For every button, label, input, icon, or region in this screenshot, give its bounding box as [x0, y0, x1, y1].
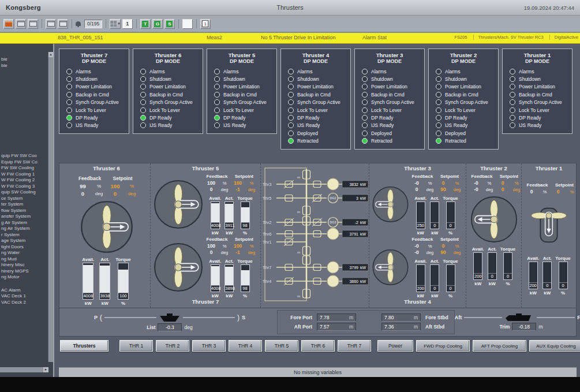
export-button[interactable] — [58, 19, 68, 29]
led-indicator-icon — [510, 69, 515, 74]
bar-track: 0 — [559, 262, 568, 289]
page-number-button[interactable]: 1 — [122, 19, 133, 29]
led-indicator-icon — [362, 115, 368, 121]
print-button[interactable] — [46, 19, 56, 29]
bar-track: 0 — [446, 264, 455, 292]
sidebar-item[interactable]: VAC Deck 2 — [0, 300, 53, 306]
feedback-pct: 99 — [74, 182, 92, 190]
svg-text:3860: 3860 — [349, 279, 358, 283]
feedback-deg: 0 — [204, 186, 219, 193]
bar-label: Avail. — [472, 247, 484, 252]
nav-button[interactable]: Thrusters — [60, 340, 108, 352]
window-button-1[interactable] — [16, 19, 26, 29]
detail-title: Thruster 5 — [153, 165, 258, 173]
svg-text:kW: kW — [360, 196, 366, 200]
nav-button[interactable]: AUX Equip Cooling — [529, 340, 580, 352]
sidebar-item[interactable]: tight Doors — [0, 244, 53, 251]
svg-text:m: m — [297, 210, 300, 214]
bar-value: 0 — [559, 282, 567, 289]
sidebar-item[interactable]: age System — [0, 238, 53, 244]
nav-button[interactable]: THR 3 — [192, 340, 226, 352]
nav-button[interactable]: THR 5 — [265, 340, 298, 352]
sidebar-item[interactable]: W FW Cooling 2 — [0, 177, 53, 184]
tunnel-thruster-gauge — [525, 201, 573, 250]
sidebar-item[interactable]: ng Air System — [0, 226, 53, 232]
sidebar-vertical-scrollbar[interactable]: ▲ — [48, 52, 53, 362]
bar-gauge: Act. 0 kW — [430, 196, 439, 236]
sidebar-item[interactable]: ansfer System — [0, 214, 53, 220]
nav-button[interactable]: THR 2 — [156, 340, 189, 352]
nav-button[interactable]: Power — [377, 340, 413, 352]
sidebar-item[interactable]: Equip FW SW Co — [0, 159, 53, 166]
sidebar-item[interactable]: flow System — [0, 208, 53, 214]
sidebar-item[interactable]: VAC Deck 1 — [0, 293, 53, 300]
sidebar-item[interactable]: W FW Cooling 1 — [0, 171, 53, 178]
bar-track: 250 — [416, 201, 425, 229]
led-label: DP Ready — [368, 115, 394, 121]
sidebar-item[interactable]: r System — [0, 232, 53, 238]
alarm-line[interactable]: 838_THR_005_151 Meas2 No 5 Thruster Driv… — [0, 33, 580, 44]
bar-gauge: Avail. 250 kW — [414, 196, 426, 236]
window-button-2[interactable] — [28, 19, 38, 29]
led-label: Deployed — [441, 130, 466, 136]
azimuth-gauge — [470, 195, 518, 244]
bar-unit: kW — [226, 230, 233, 236]
unit: % — [245, 243, 258, 250]
sidebar-item[interactable]: AC Alarm — [0, 288, 53, 294]
sidebar-item[interactable]: ble — [0, 63, 53, 69]
sidebar-item[interactable]: ng Motor — [0, 274, 53, 281]
nav-button[interactable]: FWD Prop Cooling — [416, 340, 470, 352]
sidebar-item[interactable]: ng Water — [0, 250, 53, 256]
sidebar-item[interactable]: quip SW Cooling — [0, 189, 53, 196]
alarm-silence-button[interactable] — [3, 19, 14, 29]
bar-unit: kW — [417, 230, 424, 236]
system-button[interactable]: S — [164, 19, 175, 29]
sidebar-item[interactable]: ble — [0, 57, 53, 63]
nav-button[interactable]: THR 4 — [229, 340, 262, 352]
title-bar: Kongsberg Thrusters 19.09.2024 20:47:44 — [0, 0, 580, 16]
bar-value: 100 — [118, 293, 128, 299]
sidebar-horizontal-scrollbar[interactable]: ► — [0, 367, 48, 372]
bar-track: 98 — [241, 201, 250, 229]
led-label: IJS Ready — [294, 122, 320, 128]
alarm-tag: 838_THR_005_151 — [58, 35, 103, 40]
svg-text:kW: kW — [360, 221, 366, 225]
sidebar-item[interactable]: ter System — [0, 201, 53, 208]
bar-value: 0 — [431, 222, 439, 229]
feedback-header: Feedback — [74, 175, 106, 182]
led-label: IJS Ready — [146, 122, 172, 128]
sidebar-item[interactable]: g Air System — [0, 220, 53, 226]
sidebar-item[interactable]: ng Mud — [0, 256, 53, 263]
nav-button[interactable]: THR 6 — [301, 340, 335, 352]
bar-track: 200 — [473, 252, 482, 280]
sidebar-item[interactable]: hinery Misc — [0, 262, 53, 268]
sidebar-item[interactable]: quip FW SW Coo — [0, 153, 53, 159]
sidebar-item[interactable]: W FW Cooling 3 — [0, 184, 53, 190]
bar-gauge: Torque 98 % — [237, 196, 253, 236]
blank-button[interactable] — [182, 19, 193, 29]
nav-button[interactable]: AFT Prop Cooling — [473, 340, 526, 352]
heel-line — [104, 315, 156, 320]
mini-page-button[interactable]: 1 — [200, 19, 211, 29]
unit: % — [539, 189, 551, 196]
nav-button[interactable]: THR 7 — [338, 340, 371, 352]
setpoint-pct: 100 — [230, 243, 245, 250]
sidebar-item[interactable]: ce System — [0, 196, 53, 202]
nav-button[interactable]: THR 1 — [119, 340, 153, 352]
draft-trim-row: P ( ) S List -0.3 — [59, 308, 576, 336]
view-layout-button[interactable]: ▾ — [110, 19, 121, 29]
trend-button[interactable]: T — [140, 19, 151, 29]
status-led-row: DP Ready — [283, 114, 348, 121]
svg-text:Thr2: Thr2 — [263, 220, 271, 225]
bar-label: Torque — [443, 259, 458, 264]
mode-label: DP MODE — [136, 58, 200, 64]
sidebar-item[interactable]: hinery MGPS — [0, 268, 53, 275]
group-button[interactable]: G — [152, 19, 163, 29]
diagram-row-thr6: Thr6 3791 kW — [263, 228, 368, 240]
scroll-up-icon[interactable]: ▲ — [48, 52, 53, 57]
svg-text:Thr5: Thr5 — [263, 196, 271, 201]
alarm-meta: FS205 Thrusters/Mach. SV Thruster RC3 Di… — [454, 35, 578, 40]
scroll-right-icon[interactable]: ► — [43, 367, 48, 372]
thruster3-block: Feedback Setpoint -0 % 0 % 0 deg 90 de — [372, 173, 463, 236]
sidebar-item[interactable]: FW SW Cooling — [0, 165, 53, 171]
